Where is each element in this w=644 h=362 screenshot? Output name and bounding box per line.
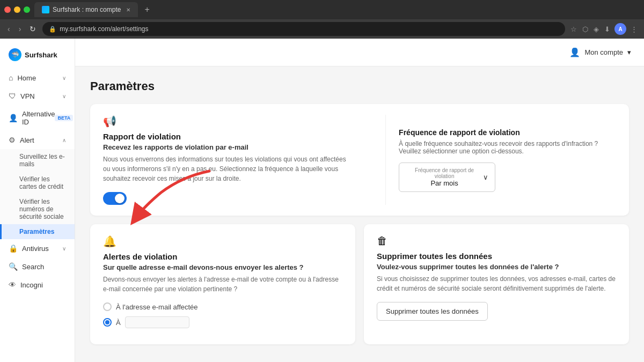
browser-tab[interactable]: Surfshark : mon compte ✕ [34,2,138,17]
back-button[interactable]: ‹ [5,24,12,34]
home-icon: ⌂ [9,73,13,82]
dropdown-value: Par mois [406,179,483,187]
sidebar-label-home: Home [17,74,36,82]
email-input[interactable] [125,316,189,328]
toggle-row [103,192,375,205]
violation-alerts-card: 🔔 Alertes de violation Sur quelle adress… [90,224,355,344]
delete-data-subtitle: Voulez-vous supprimer toutes les données… [377,263,616,271]
violation-report-toggle[interactable] [103,192,127,205]
violation-report-desc: Nous vous enverrons des informations sur… [103,154,350,183]
radio-circle-affected[interactable] [103,302,112,311]
frequency-title: Fréquence de rapport de violation [399,128,616,137]
reload-button[interactable]: ↻ [27,24,38,34]
browser-toolbar-icons: ☆ ⬡ ◈ ⬇ A ⋮ [569,23,639,35]
search-icon: 🔍 [9,262,18,271]
lock-icon: 🔒 [49,26,56,33]
violation-alerts-title: Alertes de violation [103,252,342,261]
window-controls [4,6,30,13]
delete-all-data-button[interactable]: Supprimer toutes les données [377,302,488,321]
sidebar-label-alternative-id: Alternative ID [22,110,55,126]
radio-dot [105,320,109,324]
dropdown-chevron-icon: ∨ [483,173,488,181]
sidebar-subitem-parametres[interactable]: Paramètres [0,224,75,239]
shield-icon: 🛡 [9,92,16,100]
url-text: my.surfshark.com/alert/settings [60,25,148,33]
frequency-dropdown[interactable]: Fréquence de rapport de violation Par mo… [399,162,495,192]
user-menu[interactable]: 👤 Mon compte ▾ [569,47,631,57]
browser-profile[interactable]: A [614,23,626,35]
user-menu-chevron: ▾ [627,48,631,56]
tab-favicon [42,6,49,13]
sidebar-submenu-alert: Surveillez les e-mails Vérifier les cart… [0,149,75,239]
browser-titlebar: Surfshark : mon compte ✕ + [0,0,644,19]
sidebar-item-incogni[interactable]: 👁 Incogni [0,276,75,294]
maximize-window-button[interactable] [24,6,30,13]
sidebar-subitem-surveiller[interactable]: Surveillez les e-mails [0,149,75,172]
toggle-track[interactable] [103,192,127,205]
sidebar-item-antivirus[interactable]: 🔒 Antivirus ∨ [0,239,75,257]
tab-title: Surfshark : mon compte [53,6,121,13]
frequency-desc: À quelle fréquence souhaitez-vous recevo… [399,140,616,155]
top-bar: 👤 Mon compte ▾ [75,39,644,67]
forward-button[interactable]: › [17,24,24,34]
user-icon: 👤 [9,114,18,122]
radio-label-affected: À l'adresse e-mail affectée [116,303,198,311]
sidebar-label-alert: Alert [20,136,34,144]
new-tab-button[interactable]: + [144,5,149,14]
sidebar-item-home[interactable]: ⌂ Home ∨ [0,69,75,87]
sidebar-label-vpn: VPN [20,92,35,100]
chevron-down-icon: ∨ [62,75,66,81]
megaphone-icon: 📢 [103,115,375,128]
sidebar-label-search: Search [22,263,44,271]
violation-alerts-desc: Devons-nous envoyer les alertes à l'adre… [103,275,342,294]
extension2-icon[interactable]: ◈ [592,24,600,34]
violation-report-right: Fréquence de rapport de violation À quel… [385,115,616,205]
page-title: Paramètres [90,79,629,93]
delete-data-title: Supprimer toutes les données [377,252,616,261]
chevron-down-icon: ∨ [62,93,66,99]
close-window-button[interactable] [4,6,11,13]
bell-icon: 🔔 [103,235,342,248]
violation-report-card: 📢 Rapport de violation Recevez les rappo… [90,104,629,216]
sidebar-item-search[interactable]: 🔍 Search [0,257,75,276]
user-menu-label: Mon compte [584,48,623,56]
logo-text: Surfshark [25,51,57,59]
delete-data-card: 🗑 Supprimer toutes les données Voulez-vo… [364,224,629,344]
trash-icon: 🗑 [377,235,616,247]
beta-badge: BETA [55,115,73,121]
bookmark-icon[interactable]: ☆ [569,24,578,34]
antivirus-icon: 🔒 [9,244,18,253]
sidebar-label-antivirus: Antivirus [22,245,49,253]
violation-report-subtitle: Recevez les rapports de violation par e-… [103,143,375,151]
minimize-window-button[interactable] [14,6,20,13]
sidebar-subitem-verifier-cc[interactable]: Vérifier les cartes de crédit [0,172,75,194]
radio-item-affected[interactable]: À l'adresse e-mail affectée [103,302,342,311]
sidebar-item-vpn[interactable]: 🛡 VPN ∨ [0,87,75,105]
toggle-thumb [115,194,125,203]
radio-group: À l'adresse e-mail affectée À [103,302,342,328]
radio-label-custom: À [116,319,121,327]
logo-icon: 🦈 [9,48,21,61]
sidebar-subitem-verifier-ss[interactable]: Vérifier les numéros de sécurité sociale [0,194,75,224]
address-bar[interactable]: 🔒 my.surfshark.com/alert/settings [42,22,565,36]
alert-icon: ⚙ [9,136,16,144]
chevron-down-icon: ∨ [62,246,66,252]
download-icon[interactable]: ⬇ [603,24,611,34]
violation-report-left: 📢 Rapport de violation Recevez les rappo… [103,115,385,205]
sidebar-item-alert[interactable]: ⚙ Alert ∧ [0,131,75,149]
menu-icon[interactable]: ⋮ [630,24,639,34]
user-avatar-icon: 👤 [569,47,580,57]
sidebar-item-alternative-id[interactable]: 👤 Alternative ID BETA [0,105,75,131]
dropdown-label: Fréquence de rapport de violation [406,167,483,179]
extension-icon[interactable]: ⬡ [581,24,589,34]
browser-toolbar: ‹ › ↻ 🔒 my.surfshark.com/alert/settings … [0,19,644,39]
violation-alerts-subtitle: Sur quelle adresse e-mail devons-nous en… [103,263,342,271]
delete-data-desc: Si vous choisissez de supprimer toutes l… [377,274,616,293]
app-wrapper: 🦈 Surfshark ⌂ Home ∨ 🛡 VPN ∨ 👤 Alternati… [0,39,644,362]
cards-row: 🔔 Alertes de violation Sur quelle adress… [90,224,629,344]
radio-circle-custom[interactable] [103,318,112,327]
radio-item-custom[interactable]: À [103,316,342,328]
violation-report-title: Rapport de violation [103,132,375,141]
tab-close-button[interactable]: ✕ [126,7,130,13]
logo: 🦈 Surfshark [0,45,75,69]
